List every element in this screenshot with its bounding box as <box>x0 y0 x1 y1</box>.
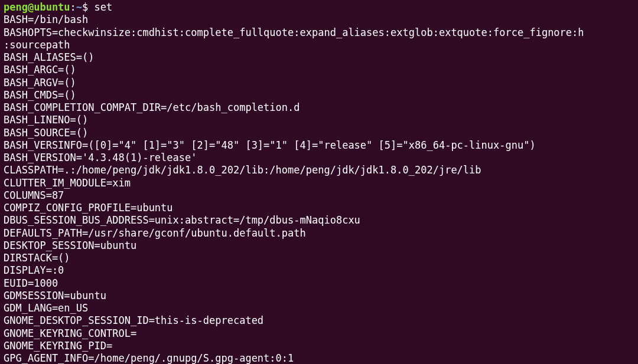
output-line: BASH_SOURCE=() <box>4 127 634 139</box>
prompt-colon: : <box>70 1 76 13</box>
output-line: DISPLAY=:0 <box>4 264 634 277</box>
output-line: GNOME_KEYRING_CONTROL= <box>4 327 634 340</box>
output-line: BASH_ALIASES=() <box>4 51 634 64</box>
terminal-output: BASH=/bin/bashBASHOPTS=checkwinsize:cmdh… <box>4 14 634 364</box>
command-input: set <box>95 1 113 13</box>
output-line: COLUMNS=87 <box>4 189 634 202</box>
output-line: BASH_ARGC=() <box>4 64 634 76</box>
output-line: DIRSTACK=() <box>4 252 634 264</box>
output-line: COMPIZ_CONFIG_PROFILE=ubuntu <box>4 202 634 214</box>
output-line: GDMSESSION=ubuntu <box>4 290 634 302</box>
prompt-path: ~ <box>76 1 82 13</box>
output-line: CLASSPATH=.:/home/peng/jdk/jdk1.8.0_202/… <box>4 164 634 176</box>
prompt-dollar: $ <box>82 1 88 13</box>
output-line: DBUS_SESSION_BUS_ADDRESS=unix:abstract=/… <box>4 214 634 227</box>
output-line: BASHOPTS=checkwinsize:cmdhist:complete_f… <box>4 27 634 39</box>
terminal-window[interactable]: peng@ubuntu:~$ set BASH=/bin/bashBASHOPT… <box>4 1 634 363</box>
output-line: GNOME_DESKTOP_SESSION_ID=this-is-depreca… <box>4 314 634 327</box>
output-line: CLUTTER_IM_MODULE=xim <box>4 177 634 189</box>
output-line: BASH_VERSION='4.3.48(1)-release' <box>4 152 634 164</box>
output-line: DESKTOP_SESSION=ubuntu <box>4 240 634 252</box>
output-line: BASH_LINENO=() <box>4 114 634 126</box>
output-line: GNOME_KEYRING_PID= <box>4 340 634 352</box>
output-line: GDM_LANG=en_US <box>4 302 634 314</box>
output-line: BASH_COMPLETION_COMPAT_DIR=/etc/bash_com… <box>4 101 634 114</box>
output-line: :sourcepath <box>4 39 634 51</box>
prompt-line: peng@ubuntu:~$ set <box>4 1 634 14</box>
output-line: GPG_AGENT_INFO=/home/peng/.gnupg/S.gpg-a… <box>4 352 634 364</box>
output-line: BASH=/bin/bash <box>4 14 634 26</box>
output-line: BASH_CMDS=() <box>4 89 634 101</box>
output-line: BASH_ARGV=() <box>4 77 634 89</box>
output-line: DEFAULTS_PATH=/usr/share/gconf/ubuntu.de… <box>4 227 634 240</box>
prompt-user: peng@ubuntu <box>4 1 70 13</box>
output-line: BASH_VERSINFO=([0]="4" [1]="3" [2]="48" … <box>4 139 634 152</box>
output-line: EUID=1000 <box>4 277 634 290</box>
